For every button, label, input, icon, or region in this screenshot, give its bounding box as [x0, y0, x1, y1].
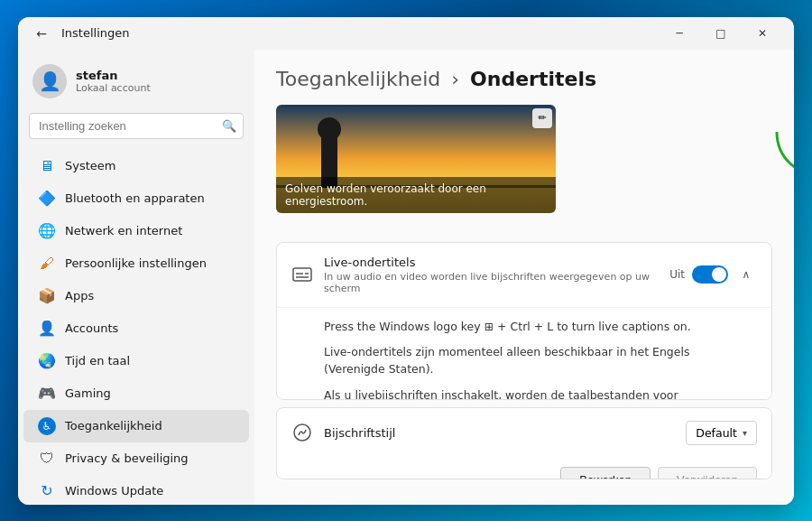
- privacy-icon: 🛡: [38, 450, 56, 468]
- bijschriftstijl-card: Bijschriftstijl Default ▾ Bewerken Verwi…: [276, 407, 772, 479]
- search-box: 🔍: [29, 113, 244, 139]
- bijschriftstijl-select[interactable]: Default ▾: [686, 421, 757, 445]
- expand-button[interactable]: ∧: [735, 264, 757, 285]
- user-name: stefan: [76, 69, 151, 82]
- user-section: 👤 stefan Lokaal account: [18, 57, 254, 113]
- page-header: Toegankelijkheid › Ondertitels: [276, 68, 772, 90]
- sidebar-item-update[interactable]: ↻ Windows Update: [23, 475, 249, 505]
- sidebar-item-tijd[interactable]: 🌏 Tijd en taal: [23, 345, 249, 377]
- bijschriftstijl-value: Default: [696, 426, 737, 440]
- maximize-button[interactable]: □: [700, 17, 742, 50]
- bijschriftstijl-label: Bijschriftstijl: [324, 426, 686, 440]
- close-button[interactable]: ✕: [742, 17, 783, 50]
- sidebar-item-label: Windows Update: [65, 484, 163, 498]
- sidebar-item-label: Persoonlijke instellingen: [65, 256, 207, 270]
- accounts-icon: 👤: [38, 320, 56, 338]
- live-captions-status: Uit: [669, 268, 685, 281]
- green-arrow: [768, 123, 794, 204]
- search-icon: 🔍: [222, 119, 236, 133]
- sidebar-item-persoonlijk[interactable]: 🖌 Persoonlijke instellingen: [23, 247, 249, 280]
- sidebar: 👤 stefan Lokaal account 🔍 🖥 Systeem 🔷 Bl…: [18, 50, 254, 505]
- bluetooth-icon: 🔷: [38, 190, 56, 208]
- live-captions-control: Uit ∧: [669, 264, 757, 285]
- systeem-icon: 🖥: [38, 157, 56, 175]
- netwerk-icon: 🌐: [38, 222, 56, 240]
- live-captions-toggle[interactable]: [692, 265, 728, 284]
- expanded-content: Press the Windows logo key ⊞ + Ctrl + L …: [277, 308, 771, 400]
- window-title: Instellingen: [61, 26, 659, 40]
- captions-icon: [291, 264, 313, 285]
- preview-caption: Golven worden veroorzaakt door een energ…: [276, 177, 556, 213]
- sidebar-item-bluetooth[interactable]: 🔷 Bluetooth en apparaten: [23, 182, 249, 215]
- sidebar-item-apps[interactable]: 📦 Apps: [23, 280, 249, 312]
- chevron-down-icon: ▾: [743, 428, 747, 438]
- sidebar-item-toegankelijkheid[interactable]: ♿ Toegankelijkheid: [23, 410, 249, 442]
- sidebar-item-systeem[interactable]: 🖥 Systeem: [23, 150, 249, 182]
- breadcrumb-separator: ›: [451, 68, 459, 90]
- search-input[interactable]: [29, 113, 244, 139]
- titlebar: ← Instellingen ─ □ ✕: [18, 17, 794, 50]
- sidebar-item-label: Bluetooth en apparaten: [65, 191, 205, 205]
- persoonlijk-icon: 🖌: [38, 255, 56, 273]
- preview-edit-button[interactable]: ✏: [532, 108, 552, 128]
- style-icon: [291, 422, 313, 443]
- preview-image: Golven worden veroorzaakt door een energ…: [276, 105, 556, 213]
- back-icon: ←: [36, 26, 47, 41]
- breadcrumb-current: Ondertitels: [470, 68, 596, 90]
- user-subtitle: Lokaal account: [76, 82, 151, 94]
- breadcrumb-parent: Toegankelijkheid: [276, 68, 440, 90]
- live-captions-label: Live-ondertitels: [324, 256, 659, 269]
- expanded-text-2: Live-ondertitels zijn momenteel alleen b…: [324, 344, 724, 378]
- window-content: 👤 stefan Lokaal account 🔍 🖥 Systeem 🔷 Bl…: [18, 50, 794, 505]
- live-captions-card: Live-ondertitels In uw audio en video wo…: [276, 242, 772, 400]
- delete-button[interactable]: Verwijderen: [658, 467, 757, 479]
- live-captions-row: Live-ondertitels In uw audio en video wo…: [277, 243, 771, 308]
- main-content: Toegankelijkheid › Ondertitels Golven wo…: [254, 50, 794, 505]
- expanded-text-1: Press the Windows logo key ⊞ + Ctrl + L …: [324, 319, 724, 336]
- sidebar-item-netwerk[interactable]: 🌐 Netwerk en internet: [23, 215, 249, 247]
- sidebar-item-label: Privacy & beveiliging: [65, 451, 189, 465]
- bijschriftstijl-row: Bijschriftstijl Default ▾: [277, 408, 771, 458]
- sidebar-item-accounts[interactable]: 👤 Accounts: [23, 312, 249, 345]
- sidebar-item-label: Accounts: [65, 321, 118, 335]
- sidebar-item-privacy[interactable]: 🛡 Privacy & beveiliging: [23, 442, 249, 475]
- expanded-text-3: Als u livebijschriften inschakelt, worde…: [324, 387, 724, 400]
- svg-rect-1: [293, 268, 311, 281]
- maximize-icon: □: [715, 27, 725, 40]
- sidebar-item-label: Toegankelijkheid: [65, 419, 162, 433]
- sidebar-item-label: Systeem: [65, 159, 115, 172]
- action-row: Bewerken Verwijderen: [277, 458, 771, 479]
- gaming-icon: 🎮: [38, 385, 56, 403]
- sidebar-item-label: Tijd en taal: [65, 354, 130, 367]
- minimize-icon: ─: [676, 27, 682, 40]
- edit-button[interactable]: Bewerken: [560, 467, 651, 479]
- toggle-knob: [712, 267, 726, 282]
- sidebar-item-label: Apps: [65, 289, 94, 302]
- sidebar-item-gaming[interactable]: 🎮 Gaming: [23, 377, 249, 410]
- sidebar-item-label: Gaming: [65, 386, 111, 400]
- live-captions-description: In uw audio en video worden live bijschr…: [324, 271, 659, 294]
- live-captions-text: Live-ondertitels In uw audio en video wo…: [324, 256, 659, 294]
- close-icon: ✕: [758, 27, 767, 40]
- avatar: 👤: [32, 64, 67, 98]
- apps-icon: 📦: [38, 287, 56, 305]
- update-icon: ↻: [38, 482, 56, 500]
- user-info: stefan Lokaal account: [76, 69, 151, 94]
- sidebar-item-label: Netwerk en internet: [65, 224, 182, 237]
- edit-icon: ✏: [538, 112, 546, 124]
- back-button[interactable]: ←: [29, 21, 54, 46]
- window-controls: ─ □ ✕: [659, 17, 783, 50]
- settings-window: ← Instellingen ─ □ ✕ 👤 stefan Lokaal acc…: [18, 17, 794, 505]
- tijd-icon: 🌏: [38, 352, 56, 370]
- minimize-button[interactable]: ─: [659, 17, 700, 50]
- toegankelijkheid-icon: ♿: [38, 417, 56, 435]
